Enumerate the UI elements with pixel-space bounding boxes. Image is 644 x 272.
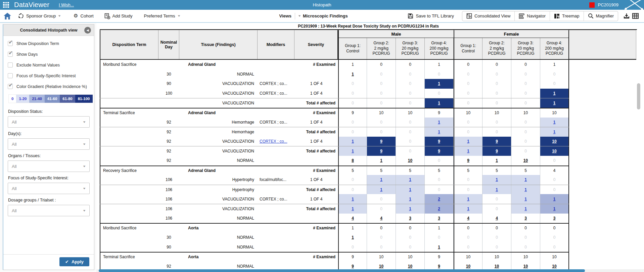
checkbox-color-gradient-relative-incidence-[interactable]: Color Gradient (Relative Incidence %)	[8, 84, 90, 89]
filter-select[interactable]: All▼	[8, 183, 90, 194]
data-cell[interactable]: 10	[396, 156, 425, 166]
filter-select[interactable]: All▼	[8, 205, 90, 216]
data-cell[interactable]: 2	[425, 194, 454, 204]
data-cell[interactable]: 2	[425, 204, 454, 214]
horizontal-scrollbar-thumb[interactable]	[99, 269, 585, 272]
data-cell[interactable]: 1	[338, 70, 367, 79]
data-cell[interactable]: 1	[367, 175, 396, 185]
data-cell[interactable]: 9	[482, 146, 511, 156]
data-cell[interactable]: 3	[425, 214, 454, 223]
data-cell[interactable]: 3	[396, 214, 425, 223]
checkbox-box[interactable]	[8, 84, 13, 89]
data-cell[interactable]: 9	[482, 137, 511, 146]
table-row: 90VACUOLIZATIONCORTEX ; co...1 OF 400010…	[100, 79, 569, 89]
home-button[interactable]	[0, 12, 15, 20]
data-cell[interactable]: 9	[425, 137, 454, 146]
data-cell[interactable]: 1	[338, 146, 367, 156]
data-cell[interactable]: 1	[540, 127, 569, 137]
data-cell[interactable]: 4	[338, 214, 367, 223]
collapse-sidebar-button[interactable]: ◀	[84, 27, 91, 34]
data-cell[interactable]: 1	[396, 175, 425, 185]
data-cell[interactable]: 1	[511, 185, 540, 194]
checkbox-focus-of-study-specific-interest[interactable]: Focus of Study-Specific Interest	[8, 73, 90, 79]
checkbox-box[interactable]	[8, 62, 13, 67]
sidebar-footer: ✔ Apply	[3, 254, 94, 270]
filter-select[interactable]: All▼	[8, 116, 90, 128]
navigator-button[interactable]: Navigator	[514, 11, 550, 21]
data-cell[interactable]: 3	[540, 214, 569, 223]
modifiers-cell[interactable]: CORTEX ; co...	[258, 137, 294, 146]
data-cell[interactable]: 1	[454, 146, 482, 156]
preferred-terms-button[interactable]: Preferred Terms ▼	[141, 13, 184, 18]
data-cell[interactable]: 1	[425, 79, 454, 89]
data-cell[interactable]: 9	[367, 146, 396, 156]
sponsor-group-button[interactable]: Sponsor Group ▼	[15, 13, 64, 19]
data-cell[interactable]: 1	[396, 204, 425, 214]
data-cell[interactable]: 1	[396, 185, 425, 194]
modifiers-cell	[258, 156, 294, 166]
apply-button[interactable]: ✔ Apply	[59, 257, 89, 266]
cohort-button[interactable]: ⚙ Cohort	[70, 13, 97, 18]
data-cell[interactable]: 9	[454, 156, 482, 166]
checkbox-box[interactable]	[8, 73, 13, 78]
data-cell[interactable]: 9	[425, 146, 454, 156]
data-cell[interactable]: 4	[367, 214, 396, 223]
save-to-tfl-button[interactable]: Save to TFL Library	[404, 13, 457, 19]
checkbox-show-disposition-term[interactable]: Show Disposition Term	[8, 41, 90, 46]
caret-down-icon[interactable]: ▼	[298, 14, 302, 17]
checkbox-box[interactable]	[8, 41, 13, 46]
data-cell[interactable]: 1	[482, 156, 511, 166]
data-cell[interactable]: 1	[454, 204, 482, 214]
data-cell[interactable]: 3	[511, 214, 540, 223]
data-cell[interactable]: 1	[425, 242, 454, 252]
data-cell[interactable]: 1	[511, 175, 540, 185]
data-cell[interactable]: 10	[540, 146, 569, 156]
data-cell[interactable]: 4	[454, 214, 482, 223]
data-cell[interactable]: 1	[367, 185, 396, 194]
data-cell[interactable]: 1	[511, 194, 540, 204]
table-row: 30NORMAL10000000	[100, 70, 569, 79]
data-cell[interactable]: 1	[367, 156, 396, 166]
i-wish-link[interactable]: I Wish...	[59, 3, 74, 7]
table-view-button[interactable]	[632, 13, 641, 19]
add-study-button[interactable]: Add Study	[101, 13, 136, 19]
data-cell[interactable]: 1	[540, 194, 569, 204]
filter-select[interactable]: All▼	[8, 138, 90, 150]
checkbox-box[interactable]	[8, 52, 13, 57]
data-cell[interactable]: 1	[540, 98, 569, 108]
data-cell[interactable]: 1	[396, 194, 425, 204]
data-cell[interactable]: 1	[338, 194, 367, 204]
checkbox-show-days[interactable]: Show Days	[8, 51, 90, 57]
data-cell[interactable]: 1	[425, 127, 454, 137]
data-cell[interactable]: 1	[482, 185, 511, 194]
data-cell[interactable]: 1	[425, 118, 454, 127]
waffle-icon[interactable]	[3, 2, 9, 8]
data-cell[interactable]: 1	[425, 98, 454, 108]
data-cell[interactable]: 1	[338, 137, 367, 146]
data-cell[interactable]: 1	[454, 194, 482, 204]
data-cell[interactable]: 1	[338, 233, 367, 242]
data-cell[interactable]: 8	[338, 156, 367, 166]
data-cell[interactable]: 10	[540, 137, 569, 146]
data-cell: 0	[540, 175, 569, 185]
data-cell[interactable]: 1	[454, 137, 482, 146]
data-cell[interactable]: 4	[482, 214, 511, 223]
magnifier-button[interactable]: Magnifier	[584, 11, 618, 21]
data-cell: 1	[338, 224, 367, 233]
checkbox-exclude-normal-values[interactable]: Exclude Normal Values	[8, 62, 90, 68]
data-cell[interactable]: 1	[540, 89, 569, 98]
download-button[interactable]	[622, 13, 632, 19]
filter-select[interactable]: All▼	[8, 161, 90, 172]
study-table-title: PC201909 : 13-Week Repeat Dose Toxicity …	[100, 23, 637, 30]
data-cell[interactable]: 1	[540, 118, 569, 127]
data-cell[interactable]: 1	[511, 204, 540, 214]
data-cell[interactable]: 1	[482, 175, 511, 185]
vertical-scrollbar-thumb[interactable]	[637, 83, 640, 109]
data-cell[interactable]: 1	[338, 204, 367, 214]
data-cell[interactable]: 10	[511, 156, 540, 166]
consolidated-view-button[interactable]: Consolidated View	[462, 11, 514, 21]
filter-label: Day(s):	[8, 131, 89, 136]
data-cell[interactable]: 9	[367, 137, 396, 146]
treemap-button[interactable]: Treemap	[550, 11, 584, 21]
data-cell[interactable]: 1	[540, 204, 569, 214]
